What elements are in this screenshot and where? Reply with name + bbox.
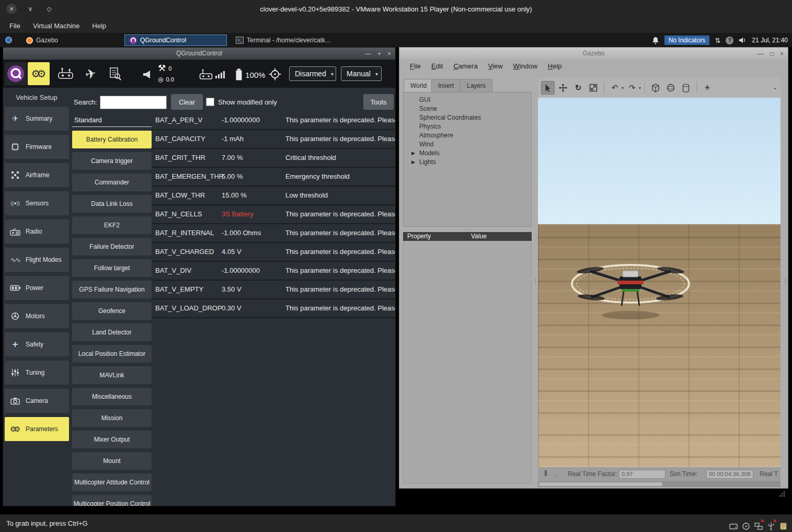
minimize-icon[interactable]: — — [365, 50, 371, 57]
menu-file[interactable]: File — [3, 19, 27, 33]
tree-item-wind[interactable]: Wind — [404, 140, 531, 149]
tools-button[interactable]: Tools — [363, 94, 394, 110]
tree-item-models[interactable]: ▶Models — [404, 149, 531, 158]
taskbar-item-terminal[interactable]: >_ Terminal - /home/clever/catk... — [232, 34, 339, 46]
sidebar-item-radio[interactable]: Radio — [5, 219, 69, 244]
tab-layers[interactable]: Layers — [460, 79, 492, 92]
clear-button[interactable]: Clear — [171, 94, 203, 110]
gazebo-3d-viewport[interactable] — [538, 98, 780, 467]
pause-button[interactable]: ‖ — [544, 469, 547, 478]
select-tool-button[interactable] — [541, 81, 555, 95]
sidebar-item-parameters[interactable]: ⚙⚙ Parameters — [5, 417, 69, 441]
joystick-button[interactable] — [54, 64, 77, 83]
param-group-mixer-output[interactable]: Mixer Output — [72, 431, 152, 448]
menu-help[interactable]: Help — [86, 19, 112, 33]
param-group-camera-trigger[interactable]: Camera trigger — [72, 152, 152, 170]
param-row[interactable]: BAT_V_LOAD_DROP 0.30 V This parameter is… — [152, 299, 396, 318]
redo-dropdown-caret[interactable]: ▾ — [639, 86, 641, 90]
param-row[interactable]: BAT_V_DIV -1.00000000 This parameter is … — [152, 262, 396, 281]
property-table-body[interactable] — [403, 241, 532, 483]
network-traffic-icon[interactable]: ⇅ — [715, 37, 720, 44]
redo-button[interactable]: ↷ — [625, 81, 639, 95]
taskbar-item-gazebo[interactable]: Gazebo — [22, 34, 62, 46]
rotate-tool-button[interactable]: ↻ — [571, 81, 585, 95]
message-indicator[interactable]: ⚒0 ◎0.0 — [158, 63, 174, 85]
param-row[interactable]: BAT_N_CELLS 3S Battery This parameter is… — [152, 205, 396, 224]
vehicle-setup-button[interactable]: ⚙⚙ — [28, 62, 50, 85]
param-group-mount[interactable]: Mount — [72, 452, 152, 470]
tab-insert[interactable]: Insert — [431, 79, 461, 92]
menu-file[interactable]: File — [405, 60, 426, 73]
insert-cylinder-button[interactable] — [679, 81, 693, 95]
fly-view-button[interactable]: ✈ — [79, 64, 101, 83]
param-group-multicopter-position-control[interactable]: Multicopter Position Control — [72, 495, 152, 506]
menu-help[interactable]: Help — [543, 60, 567, 73]
menu-view[interactable]: View — [483, 60, 508, 73]
menu-window[interactable]: Window — [508, 60, 543, 73]
param-group-follow-target[interactable]: Follow target — [72, 259, 152, 277]
param-row[interactable]: BAT_A_PER_V -1.00000000 This parameter i… — [152, 111, 396, 130]
volume-icon[interactable] — [739, 37, 747, 44]
maximize-icon[interactable]: □ — [770, 50, 774, 57]
sidebar-item-summary[interactable]: ✈ Summary — [5, 107, 69, 131]
insert-light-button[interactable]: ☀ — [701, 81, 714, 95]
sidebar-item-firmware[interactable]: Firmware — [5, 135, 69, 159]
close-icon[interactable]: × — [780, 50, 784, 57]
param-row[interactable]: BAT_V_CHARGED 4.05 V This parameter is d… — [152, 243, 396, 262]
no-indicators-badge[interactable]: No Indicators — [664, 36, 710, 45]
clipboard-icon[interactable] — [779, 519, 788, 528]
splitter-handle[interactable]: ⋮ — [782, 280, 787, 283]
param-group-battery-calibration[interactable]: Battery Calibration — [72, 131, 152, 148]
param-group-miscellaneous[interactable]: Miscellaneous — [72, 388, 152, 406]
help-icon[interactable]: ? — [726, 37, 733, 44]
battery-indicator[interactable]: 100% — [232, 67, 269, 83]
param-group-mavlink[interactable]: MAVLink — [72, 366, 152, 384]
param-row[interactable]: BAT_CAPACITY -1 mAh This parameter is de… — [152, 130, 396, 149]
sidebar-item-tuning[interactable]: Tuning — [5, 361, 69, 385]
clover-drone-model[interactable] — [565, 253, 696, 324]
undo-dropdown-caret[interactable]: ▾ — [622, 86, 624, 90]
param-group-commander[interactable]: Commander — [72, 174, 152, 191]
minimize-icon[interactable]: — — [757, 50, 764, 57]
sidebar-item-camera[interactable]: Camera — [5, 389, 69, 413]
expand-triangle-icon[interactable]: ▶ — [411, 158, 415, 167]
sidebar-item-sensors[interactable]: ((●)) Sensors — [5, 191, 69, 215]
param-row[interactable]: BAT_LOW_THR 15.00 % Low threshold — [152, 187, 396, 205]
panel-splitter[interactable]: ····· — [403, 227, 532, 232]
menu-virtual-machine[interactable]: Virtual Machine — [27, 19, 86, 33]
real-time-factor-value[interactable]: 0.97 — [619, 470, 665, 479]
param-group-data-link-loss[interactable]: Data Link Loss — [72, 195, 152, 213]
audio-indicator[interactable] — [140, 67, 155, 82]
armed-state-dropdown[interactable]: Disarmed ▾ — [289, 66, 336, 81]
param-group-geofence[interactable]: Geofence — [72, 302, 152, 320]
tree-item-scene[interactable]: Scene — [404, 105, 531, 113]
hard-disk-icon[interactable] — [729, 519, 738, 528]
tab-world[interactable]: World — [404, 79, 433, 92]
param-group-local-position-estimator[interactable]: Local Position Estimator — [72, 345, 152, 363]
param-row[interactable]: BAT_R_INTERNAL -1.000 Ohms This paramete… — [152, 224, 396, 243]
param-group-gps-failure-navigation[interactable]: GPS Failure Navigation — [72, 281, 152, 298]
splitter-handle[interactable]: ⋮ — [532, 280, 537, 283]
insert-sphere-button[interactable] — [664, 81, 678, 95]
scale-tool-button[interactable] — [587, 81, 600, 95]
param-group-mission[interactable]: Mission — [72, 409, 152, 427]
tree-item-physics[interactable]: Physics — [404, 122, 531, 131]
sim-time-value[interactable]: 00 00:04:36.308 — [706, 470, 753, 479]
insert-box-button[interactable] — [649, 81, 662, 95]
scrollbar-thumb[interactable] — [539, 482, 662, 486]
show-modified-checkbox[interactable] — [206, 98, 214, 106]
undo-button[interactable]: ↶ — [608, 81, 622, 95]
network-adapter-icon[interactable]: ✕ — [754, 519, 763, 528]
flight-mode-dropdown[interactable]: Manual ▾ — [341, 66, 382, 81]
translate-tool-button[interactable] — [556, 81, 570, 95]
bell-icon[interactable] — [652, 37, 659, 44]
search-input[interactable] — [100, 96, 167, 109]
gazebo-titlebar[interactable]: Gazebo — □ × — [399, 48, 788, 60]
tree-item-atmosphere[interactable]: Atmosphere — [404, 131, 531, 140]
plan-view-button[interactable] — [104, 64, 127, 83]
close-icon[interactable]: × — [387, 50, 391, 57]
viewport-horizontal-scrollbar[interactable] — [538, 481, 780, 487]
sidebar-item-safety[interactable]: + Safety — [5, 332, 69, 356]
collapse-toolbar-button[interactable]: - — [774, 84, 776, 92]
param-row[interactable]: BAT_CRIT_THR 7.00 % Critical threshold — [152, 149, 396, 168]
